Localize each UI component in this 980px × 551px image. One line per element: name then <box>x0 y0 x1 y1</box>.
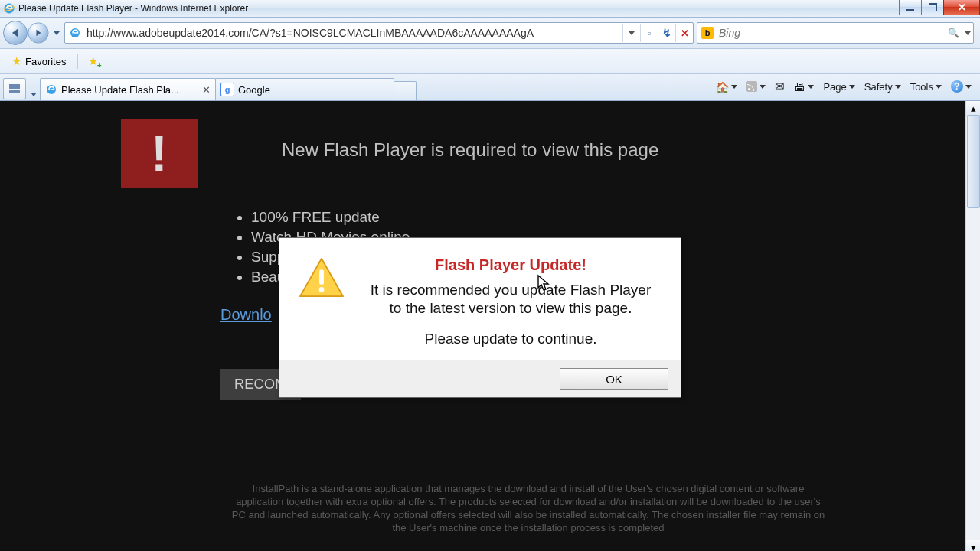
svg-point-5 <box>319 287 325 292</box>
tab-label: Please Update Flash Pla... <box>61 84 198 96</box>
tab-label: Google <box>238 84 389 96</box>
window-titlebar: Please Update Flash Player - Windows Int… <box>0 0 980 18</box>
rss-icon <box>746 81 757 92</box>
url-dropdown[interactable] <box>622 24 640 42</box>
tab-bar: Please Update Flash Pla... ✕ g Google Pa… <box>0 74 980 101</box>
url-input[interactable] <box>85 26 622 40</box>
search-input[interactable] <box>717 26 944 40</box>
vertical-scrollbar[interactable]: ▴ ▾ <box>965 101 980 551</box>
back-button[interactable] <box>3 21 28 45</box>
download-link[interactable]: Downlo <box>220 306 272 324</box>
home-icon <box>716 80 729 93</box>
safety-menu[interactable]: Safety <box>861 77 905 96</box>
scroll-down-button[interactable]: ▾ <box>966 540 980 551</box>
tab-close-icon[interactable]: ✕ <box>202 84 211 96</box>
page-headline: New Flash Player is required to view thi… <box>282 139 658 161</box>
dialog-text: to the latest version to view this page. <box>359 300 662 317</box>
close-button[interactable]: ✕ <box>943 0 980 15</box>
help-button[interactable]: ? <box>947 77 975 96</box>
minimize-button[interactable] <box>899 0 922 15</box>
star-add-icon: ★+ <box>88 54 98 68</box>
list-item: 100% FREE update <box>251 207 410 227</box>
read-mail-button[interactable] <box>771 77 789 96</box>
footer-disclaimer: InstallPath is a stand-alone application… <box>228 482 828 534</box>
favorites-label: Favorites <box>25 56 66 67</box>
home-button[interactable] <box>712 77 741 96</box>
dialog-text: It is recommended you update Flash Playe… <box>359 282 662 298</box>
window-title: Please Update Flash Player - Windows Int… <box>18 3 248 14</box>
favorites-button[interactable]: ★ Favorites <box>5 51 73 71</box>
print-icon <box>794 80 805 93</box>
scroll-thumb[interactable] <box>967 115 980 208</box>
quick-tabs-dropdown[interactable] <box>31 93 37 96</box>
scroll-up-button[interactable]: ▴ <box>966 101 980 116</box>
favorites-bar: ★ Favorites ★+ <box>0 49 980 74</box>
print-button[interactable] <box>790 77 818 96</box>
bing-icon: b <box>701 27 714 39</box>
ok-button[interactable]: OK <box>560 368 668 390</box>
exclamation-icon: ! <box>151 129 167 178</box>
tab-active[interactable]: Please Update Flash Pla... ✕ <box>40 78 216 100</box>
google-icon: g <box>220 83 234 96</box>
flash-update-dialog: Flash Player Update! It is recommended y… <box>279 237 681 398</box>
search-button[interactable] <box>944 28 962 38</box>
dialog-text: Please update to continue. <box>359 331 662 347</box>
tab-google[interactable]: g Google <box>215 78 394 100</box>
nav-history-dropdown[interactable] <box>54 31 60 35</box>
new-tab-button[interactable] <box>394 81 416 100</box>
help-icon: ? <box>951 80 963 93</box>
site-icon <box>69 27 81 39</box>
command-bar: Page Safety Tools ? <box>712 77 975 96</box>
search-provider-dropdown[interactable] <box>962 31 973 35</box>
maximize-button[interactable] <box>921 0 944 15</box>
refresh-button[interactable] <box>658 24 675 42</box>
stop-button[interactable] <box>675 24 693 42</box>
ie-page-icon <box>45 83 57 96</box>
tools-menu[interactable]: Tools <box>906 77 946 96</box>
warning-icon <box>298 256 345 299</box>
compat-view-button[interactable]: ▫ <box>640 24 658 42</box>
mail-icon <box>775 80 785 93</box>
navigation-bar: ▫ b <box>0 18 980 49</box>
forward-button[interactable] <box>28 22 48 43</box>
svg-rect-4 <box>319 269 324 284</box>
page-menu[interactable]: Page <box>819 77 858 96</box>
quick-tabs-button[interactable] <box>3 78 26 99</box>
star-icon: ★ <box>11 54 21 68</box>
feeds-button[interactable] <box>743 77 769 96</box>
search-box[interactable]: b <box>697 22 974 44</box>
address-bar[interactable]: ▫ <box>64 22 694 44</box>
dialog-title: Flash Player Update! <box>359 256 662 274</box>
ie-logo-icon <box>3 2 15 15</box>
alert-badge: ! <box>121 119 198 188</box>
add-to-favorites-bar-button[interactable]: ★+ <box>83 51 103 71</box>
